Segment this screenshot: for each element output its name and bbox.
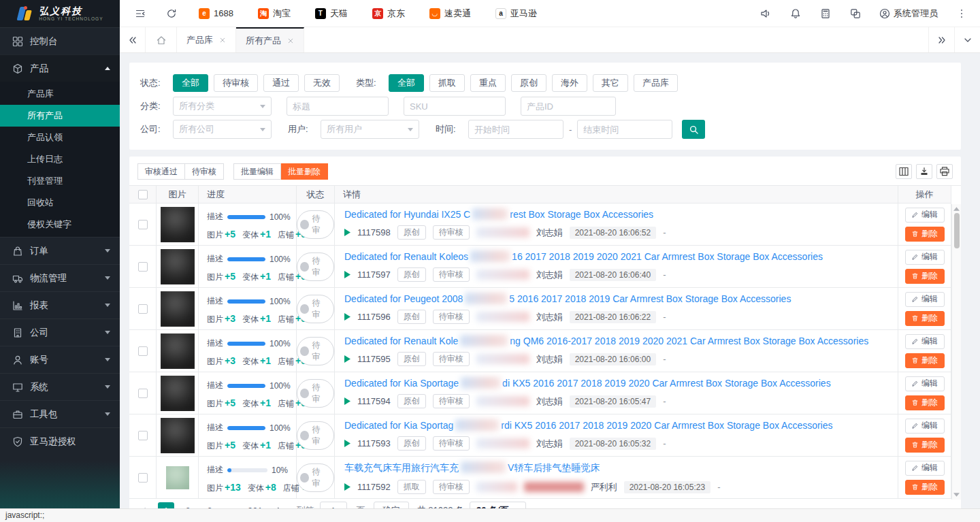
calculator-button[interactable] — [814, 0, 837, 27]
product-image[interactable] — [161, 207, 195, 242]
row-checkbox[interactable] — [138, 304, 148, 314]
marketplace-alibaba1688[interactable]: e1688 — [199, 8, 233, 19]
notifications-button[interactable] — [784, 0, 807, 27]
status-filter-option-1[interactable]: 待审核 — [214, 74, 258, 92]
product-title-link[interactable]: Dedicated for Peugeot 20085 2016 2017 20… — [344, 293, 791, 304]
type-filter-option-6[interactable]: 产品库 — [634, 74, 678, 92]
exchange-button[interactable] — [844, 0, 867, 27]
delete-button[interactable]: 删除 — [905, 480, 945, 495]
sidebar-subitem-product-claim[interactable]: 产品认领 — [0, 127, 120, 148]
close-icon[interactable] — [219, 37, 226, 44]
approve-button[interactable]: 审核通过 — [137, 163, 185, 180]
play-icon[interactable] — [344, 483, 350, 491]
product-title-link[interactable]: Dedicated for Kia Sportagedi KX5 2016 20… — [344, 378, 831, 389]
sidebar-item-toolkit[interactable]: 工具包 — [0, 400, 120, 427]
print-button[interactable] — [936, 164, 953, 179]
goto-page-input[interactable] — [320, 502, 347, 508]
product-title-link[interactable]: Dedicated for Renault Koleng QM6 2016-20… — [344, 336, 868, 346]
caret-down-icon[interactable] — [953, 493, 960, 497]
type-filter-option-1[interactable]: 抓取 — [429, 74, 465, 92]
edit-button[interactable]: 编辑 — [905, 419, 945, 434]
row-checkbox[interactable] — [138, 389, 148, 398]
edit-button[interactable]: 编辑 — [905, 208, 945, 223]
more-menu-button[interactable] — [950, 0, 973, 27]
table-scrollbar[interactable] — [951, 204, 961, 500]
delete-button[interactable]: 删除 — [905, 438, 945, 453]
product-image[interactable] — [161, 418, 195, 453]
sidebar-subitem-all-products[interactable]: 所有产品 — [0, 105, 120, 127]
category-select[interactable]: 所有分类 — [173, 97, 272, 116]
row-checkbox[interactable] — [138, 346, 148, 356]
delete-button[interactable]: 删除 — [905, 227, 945, 242]
goto-confirm-button[interactable]: 确定 — [374, 502, 409, 508]
page-button-2[interactable]: 2 — [180, 502, 196, 508]
row-checkbox[interactable] — [138, 431, 148, 440]
status-filter-option-0[interactable]: 全部 — [173, 74, 208, 92]
type-filter-option-2[interactable]: 重点 — [470, 74, 506, 92]
tabs-scroll-right-button[interactable] — [928, 27, 954, 52]
sidebar-subitem-product-library[interactable]: 产品库 — [0, 83, 120, 105]
marketplace-jd[interactable]: 京京东 — [372, 7, 405, 20]
close-icon[interactable] — [287, 37, 294, 44]
delete-button[interactable]: 删除 — [905, 311, 945, 326]
page-button-1[interactable]: 1 — [158, 502, 174, 508]
user-menu[interactable]: 系统管理员 — [874, 7, 943, 20]
column-settings-button[interactable] — [896, 164, 912, 179]
collapse-sidebar-button[interactable] — [128, 0, 152, 27]
sku-input[interactable] — [404, 97, 506, 116]
sidebar-subitem-infringing-keywords[interactable]: 侵权关键字 — [0, 214, 120, 235]
user-select[interactable]: 所有用户 — [321, 120, 419, 139]
marketplace-aliexpress[interactable]: ◡速卖通 — [429, 7, 471, 20]
type-filter-option-4[interactable]: 海外 — [552, 74, 587, 92]
product-id-input[interactable] — [521, 97, 616, 116]
product-title-link[interactable]: Dedicated for Renault Koleos16 2017 2018… — [344, 251, 823, 262]
select-all-checkbox[interactable] — [138, 190, 148, 199]
product-image[interactable] — [161, 249, 195, 284]
search-button[interactable] — [682, 120, 705, 139]
sidebar-item-logistics[interactable]: 物流管理 — [0, 264, 120, 291]
sidebar-subitem-upload-log[interactable]: 上传日志 — [0, 148, 120, 170]
product-title-link[interactable]: Dedicated for Hyundai IX25 Crest Box Sto… — [344, 209, 653, 220]
next-page-button[interactable] — [271, 502, 287, 508]
batch-delete-button[interactable]: 批量删除 — [281, 163, 328, 180]
marketplace-amazon[interactable]: a亚马逊 — [495, 7, 537, 20]
status-filter-option-3[interactable]: 无效 — [304, 74, 340, 92]
sidebar-item-accounts[interactable]: 账号 — [0, 346, 120, 373]
sidebar-item-amazon-auth[interactable]: 亚马逊授权 — [0, 427, 120, 455]
type-filter-option-0[interactable]: 全部 — [389, 74, 424, 92]
play-icon[interactable] — [344, 229, 350, 236]
end-time-input[interactable] — [577, 120, 672, 139]
company-select[interactable]: 所有公司 — [173, 120, 272, 139]
status-filter-option-2[interactable]: 通过 — [263, 74, 299, 92]
product-title-link[interactable]: 车载充气床车用旅行汽车充V轿车后排气垫睡觉床 — [344, 462, 600, 473]
product-image[interactable] — [166, 466, 189, 489]
edit-button[interactable]: 编辑 — [905, 250, 945, 265]
tabs-menu-button[interactable] — [954, 27, 980, 52]
sidebar-item-orders[interactable]: 订单 — [0, 237, 120, 264]
start-time-input[interactable] — [468, 120, 564, 139]
home-tab[interactable] — [146, 27, 177, 52]
sidebar-item-system[interactable]: 系统 — [0, 373, 120, 400]
tab-all-products[interactable]: 所有产品 — [236, 27, 304, 52]
delete-button[interactable]: 删除 — [905, 395, 945, 410]
export-button[interactable] — [916, 164, 932, 179]
page-button-3[interactable]: 3 — [201, 502, 218, 508]
batch-edit-button[interactable]: 批量编辑 — [233, 163, 281, 180]
edit-button[interactable]: 编辑 — [905, 461, 945, 476]
title-input[interactable] — [287, 97, 389, 116]
type-filter-option-3[interactable]: 原创 — [511, 74, 546, 92]
marketplace-taobao[interactable]: 淘淘宝 — [258, 7, 291, 20]
caret-up-icon[interactable] — [953, 207, 960, 211]
marketplace-tmall[interactable]: T天猫 — [315, 7, 348, 20]
product-image[interactable] — [161, 333, 195, 369]
play-icon[interactable] — [344, 397, 350, 405]
sidebar-item-dashboard[interactable]: 控制台 — [0, 27, 120, 54]
sidebar-item-products[interactable]: 产品 — [0, 54, 120, 82]
page-size-select[interactable]: 90 条/页 — [470, 502, 526, 508]
row-checkbox[interactable] — [138, 220, 148, 229]
delete-button[interactable]: 删除 — [905, 269, 945, 284]
sidebar-item-company[interactable]: 公司 — [0, 319, 120, 346]
sidebar-subitem-recycle-bin[interactable]: 回收站 — [0, 192, 120, 214]
product-image[interactable] — [161, 376, 195, 411]
delete-button[interactable]: 删除 — [905, 353, 945, 368]
